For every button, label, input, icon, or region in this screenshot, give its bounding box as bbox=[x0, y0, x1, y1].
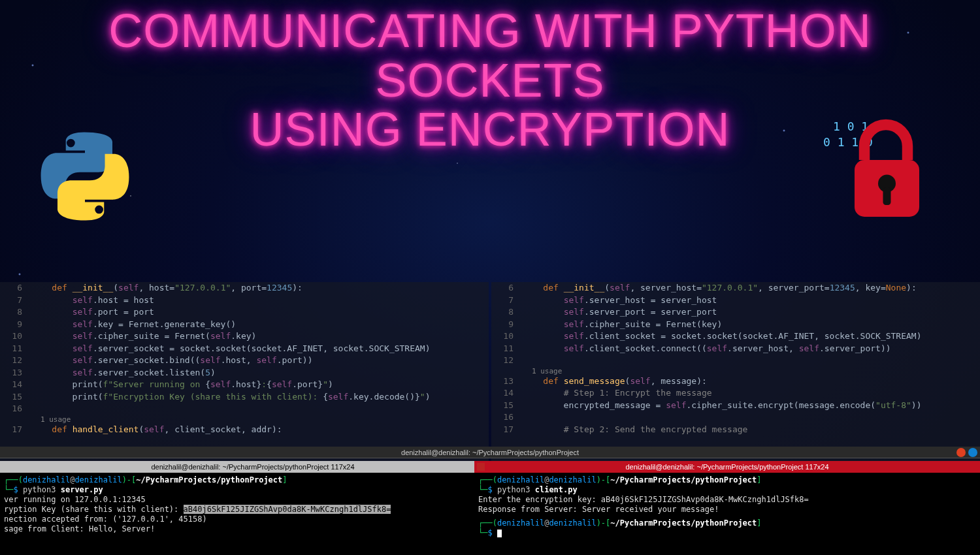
code-line[interactable]: 13 def send_message(self, message): bbox=[491, 375, 980, 388]
output-line: sage from Client: Hello, Server! bbox=[4, 524, 500, 534]
line-number: 10 bbox=[491, 330, 523, 343]
terminal-left[interactable]: ┌──(denizhalil@denizhalil)-[~/PycharmPro… bbox=[0, 473, 504, 555]
line-number: 13 bbox=[491, 375, 523, 388]
code-line[interactable]: 15 encrypted_message = self.cipher_suite… bbox=[491, 400, 980, 412]
line-number: 8 bbox=[491, 306, 523, 319]
code-line[interactable]: 8 self.port = port bbox=[0, 306, 489, 319]
line-number: 17 bbox=[491, 424, 523, 436]
line-number: 15 bbox=[491, 400, 523, 412]
maximize-icon[interactable] bbox=[968, 448, 977, 457]
code-line[interactable]: 6 def __init__(self, host="127.0.0.1", p… bbox=[0, 282, 489, 294]
line-number: 13 bbox=[0, 367, 31, 379]
terminal-tab-title: denizhalil@denizhalil: ~/PycharmProjects… bbox=[401, 449, 579, 456]
code-line[interactable]: 11 self.client_socket.connect((self.serv… bbox=[491, 343, 980, 355]
code-text: self.client_socket.connect((self.server_… bbox=[523, 343, 891, 355]
code-line[interactable]: 15 print(f"Encryption Key (share this wi… bbox=[0, 391, 489, 404]
active-tab-indicator bbox=[477, 463, 485, 471]
line-number: 9 bbox=[0, 319, 31, 331]
code-text: # Step 2: Send the encrypted message bbox=[523, 424, 747, 436]
command-line: └─$ python3 client.py bbox=[478, 485, 976, 495]
line-number: 14 bbox=[491, 387, 523, 400]
line-number: 6 bbox=[0, 282, 31, 294]
code-line[interactable]: 10 self.client_socket = socket.socket(so… bbox=[491, 330, 980, 343]
line-number: 12 bbox=[491, 355, 523, 367]
code-text: self.server_port = server_port bbox=[523, 306, 717, 319]
code-text: def __init__(self, host="127.0.0.1", por… bbox=[31, 282, 302, 294]
terminal-right-title: denizhalil@denizhalil: ~/PycharmProjects… bbox=[474, 461, 980, 473]
code-line[interactable]: 17 # Step 2: Send the encrypted message bbox=[491, 424, 980, 436]
line-number: 14 bbox=[0, 379, 31, 391]
output-line: ryption Key (share this with client): aB… bbox=[4, 505, 500, 515]
code-line[interactable]: 14 # Step 1: Encrypt the message bbox=[491, 387, 980, 400]
code-line[interactable]: 12 bbox=[491, 355, 980, 367]
code-line[interactable]: 9 self.key = Fernet.generate_key() bbox=[0, 319, 489, 331]
code-line[interactable]: 8 self.server_port = server_port bbox=[491, 306, 980, 319]
code-text: def handle_client(self, client_socket, a… bbox=[31, 424, 282, 436]
line-number: 12 bbox=[0, 355, 31, 367]
command-line[interactable]: └─$ bbox=[478, 528, 976, 538]
output-line: Enter the encryption key: aB40j6SkF125JI… bbox=[478, 495, 976, 505]
prompt-line: ┌──(denizhalil@denizhalil)-[~/PycharmPro… bbox=[478, 518, 976, 528]
code-text: self.server_socket.bind((self.host, self… bbox=[31, 355, 313, 367]
close-icon[interactable] bbox=[956, 448, 966, 457]
command-line: └─$ python3 server.py bbox=[4, 485, 500, 495]
code-text: def __init__(self, server_host="127.0.0.… bbox=[523, 282, 917, 294]
code-text: self.server_socket.listen(5) bbox=[31, 367, 216, 379]
code-line[interactable]: 16 bbox=[0, 403, 489, 415]
cursor-icon bbox=[497, 530, 502, 537]
code-line[interactable]: 16 bbox=[491, 411, 980, 424]
line-number: 11 bbox=[491, 343, 523, 355]
line-number: 6 bbox=[491, 282, 523, 294]
code-line[interactable]: 14 print(f"Server running on {self.host}… bbox=[0, 379, 489, 391]
line-number: 7 bbox=[0, 294, 31, 307]
line-number: 7 bbox=[491, 294, 523, 307]
terminal-tab-bar[interactable]: denizhalil@denizhalil: ~/PycharmProjects… bbox=[0, 447, 980, 458]
svg-rect-4 bbox=[883, 187, 891, 205]
code-line[interactable]: 11 self.server_socket = socket.socket(so… bbox=[0, 343, 489, 355]
code-text: self.host = host bbox=[31, 294, 154, 307]
output-line: Response from Server: Server received yo… bbox=[478, 505, 976, 515]
line-number: 11 bbox=[0, 343, 31, 355]
code-text: self.cipher_suite = Fernet(key) bbox=[523, 319, 722, 331]
line-number: 10 bbox=[0, 330, 31, 343]
code-line[interactable]: 6 def __init__(self, server_host="127.0.… bbox=[491, 282, 980, 294]
code-text: encrypted_message = self.cipher_suite.en… bbox=[523, 400, 922, 412]
output-line: ver running on 127.0.0.1:12345 bbox=[4, 495, 500, 505]
terminal-right[interactable]: ┌──(denizhalil@denizhalil)-[~/PycharmPro… bbox=[474, 473, 980, 555]
output-line: nection accepted from: ('127.0.0.1', 451… bbox=[4, 515, 500, 524]
prompt-line: ┌──(denizhalil@denizhalil)-[~/PycharmPro… bbox=[478, 475, 976, 485]
usage-hint: 1 usage bbox=[0, 415, 489, 424]
code-text: self.server_host = server_host bbox=[523, 294, 717, 307]
code-text: # Step 1: Encrypt the message bbox=[523, 387, 712, 400]
code-line[interactable]: 7 self.server_host = server_host bbox=[491, 294, 980, 307]
code-line[interactable]: 9 self.cipher_suite = Fernet(key) bbox=[491, 319, 980, 331]
code-text: self.server_socket = socket.socket(socke… bbox=[31, 343, 431, 355]
title-line-1: COMMUNICATING WITH PYTHON SOCKETS bbox=[0, 7, 980, 105]
line-number: 9 bbox=[491, 319, 523, 331]
line-number: 16 bbox=[491, 411, 523, 424]
code-line[interactable]: 13 self.server_socket.listen(5) bbox=[0, 367, 489, 379]
terminal-left-title: denizhalil@denizhalil: ~/PycharmProjects… bbox=[0, 461, 506, 473]
lock-icon: 1 0 1 0 0 1 1 0 bbox=[823, 111, 941, 229]
line-number: 15 bbox=[0, 391, 31, 404]
code-text: self.key = Fernet.generate_key() bbox=[31, 319, 236, 331]
line-number: 8 bbox=[0, 306, 31, 319]
code-line[interactable]: 10 self.cipher_suite = Fernet(self.key) bbox=[0, 330, 489, 343]
python-logo-icon bbox=[39, 131, 131, 222]
code-text: self.client_socket = socket.socket(socke… bbox=[523, 330, 922, 343]
code-line[interactable]: 17 def handle_client(self, client_socket… bbox=[0, 424, 489, 436]
code-text: self.cipher_suite = Fernet(self.key) bbox=[31, 330, 256, 343]
line-number: 17 bbox=[0, 424, 31, 436]
code-text: print(f"Server running on {self.host}:{s… bbox=[31, 379, 333, 391]
line-number: 16 bbox=[0, 403, 31, 415]
code-line[interactable]: 12 self.server_socket.bind((self.host, s… bbox=[0, 355, 489, 367]
code-text: self.port = port bbox=[31, 306, 154, 319]
code-text: def send_message(self, message): bbox=[523, 375, 707, 388]
usage-hint: 1 usage bbox=[491, 367, 980, 375]
code-line[interactable]: 7 self.host = host bbox=[0, 294, 489, 307]
prompt-line: ┌──(denizhalil@denizhalil)-[~/PycharmPro… bbox=[4, 475, 500, 485]
code-text: print(f"Encryption Key (share this with … bbox=[31, 391, 431, 404]
